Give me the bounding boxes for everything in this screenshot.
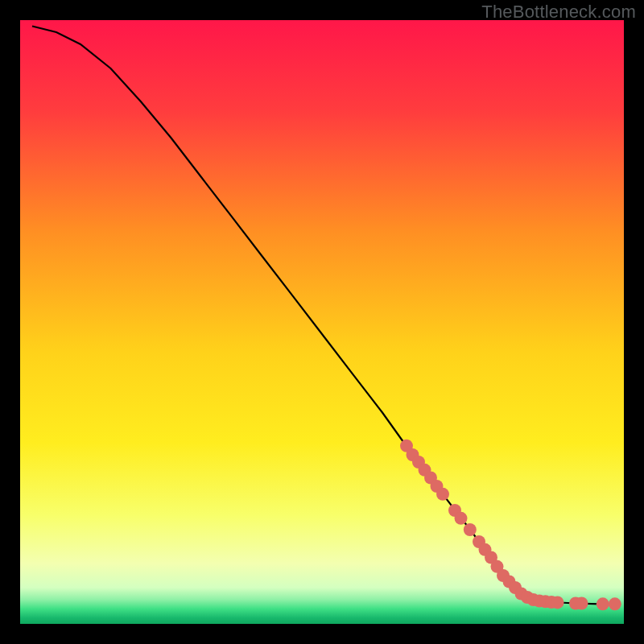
plot-area [20, 20, 624, 624]
highlighted-dot [455, 512, 468, 525]
highlighted-dot [464, 523, 477, 536]
chart-root: TheBottleneck.com [0, 0, 644, 644]
plot-svg [20, 20, 624, 624]
highlighted-dot [551, 596, 564, 609]
watermark-text: TheBottleneck.com [481, 2, 636, 23]
highlighted-dot [576, 597, 588, 610]
highlighted-dot [597, 597, 609, 610]
highlighted-dot [436, 488, 449, 501]
gradient-background [20, 20, 624, 624]
highlighted-dot [609, 597, 621, 610]
